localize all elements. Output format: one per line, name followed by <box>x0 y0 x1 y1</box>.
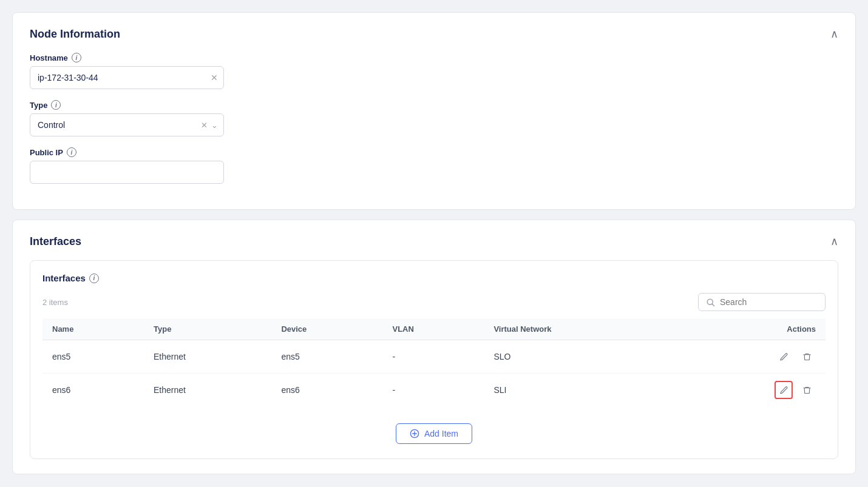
col-actions: Actions <box>675 318 826 340</box>
interfaces-inner-title: Interfaces <box>42 273 86 283</box>
edit-button-row-1[interactable] <box>775 381 793 399</box>
cell-device: ens6 <box>271 374 382 407</box>
table-head: Name Type Device VLAN Virtual Network Ac… <box>42 318 826 340</box>
col-virtual-network: Virtual Network <box>484 318 675 340</box>
items-count: 2 items <box>42 298 68 307</box>
delete-icon <box>802 386 812 395</box>
delete-button-row-0[interactable] <box>798 348 816 366</box>
public-ip-label: Public IP i <box>30 147 838 157</box>
cell-vlan: - <box>382 340 484 374</box>
col-vlan: VLAN <box>382 318 484 340</box>
hostname-clear-icon[interactable]: ✕ <box>211 73 218 82</box>
type-select-icons: ✕ ⌄ <box>201 121 218 130</box>
type-select[interactable]: Control <box>30 113 224 136</box>
col-device: Device <box>271 318 382 340</box>
search-box[interactable] <box>698 293 826 311</box>
interfaces-info-icon: i <box>89 274 99 283</box>
col-type: Type <box>144 318 271 340</box>
public-ip-input-wrapper <box>30 161 224 184</box>
table-toolbar: 2 items <box>42 293 826 311</box>
node-info-collapse-icon[interactable]: ∧ <box>830 27 838 41</box>
edit-icon <box>779 352 788 361</box>
add-item-button[interactable]: Add Item <box>396 423 472 444</box>
public-ip-input[interactable] <box>30 161 224 184</box>
type-info-icon: i <box>51 100 61 110</box>
cell-device: ens5 <box>271 340 382 374</box>
type-select-wrapper[interactable]: Control ✕ ⌄ <box>30 113 224 136</box>
cell-actions <box>675 340 826 374</box>
cell-name: ens5 <box>42 340 144 374</box>
type-clear-icon[interactable]: ✕ <box>201 121 208 130</box>
search-input[interactable] <box>720 297 818 307</box>
cell-vlan: - <box>382 374 484 407</box>
action-icons <box>685 381 816 399</box>
cell-virtual-network: SLO <box>484 340 675 374</box>
table-row: ens6 Ethernet ens6 - SLI <box>42 374 826 407</box>
type-label: Type i <box>30 100 838 110</box>
public-ip-group: Public IP i <box>30 147 838 184</box>
node-info-header: Node Information ∧ <box>30 27 838 41</box>
table-header-row: Name Type Device VLAN Virtual Network Ac… <box>42 318 826 340</box>
interfaces-inner-header: Interfaces i <box>42 273 826 283</box>
hostname-group: Hostname i ✕ <box>30 53 838 89</box>
add-item-label: Add Item <box>424 429 458 438</box>
col-name: Name <box>42 318 144 340</box>
cell-name: ens6 <box>42 374 144 407</box>
table-body: ens5 Ethernet ens5 - SLO <box>42 340 826 407</box>
type-group: Type i Control ✕ ⌄ <box>30 100 838 136</box>
add-item-icon <box>410 429 419 438</box>
cell-type: Ethernet <box>144 340 271 374</box>
cell-actions <box>675 374 826 407</box>
interfaces-table: Name Type Device VLAN Virtual Network Ac… <box>42 318 826 406</box>
table-row: ens5 Ethernet ens5 - SLO <box>42 340 826 374</box>
hostname-info-icon: i <box>72 53 81 62</box>
svg-line-1 <box>712 304 714 306</box>
edit-button-row-0[interactable] <box>775 348 793 366</box>
type-chevron-icon[interactable]: ⌄ <box>211 121 218 130</box>
delete-icon <box>802 352 812 361</box>
node-information-card: Node Information ∧ Hostname i ✕ Type i C… <box>12 12 856 210</box>
hostname-label: Hostname i <box>30 53 838 62</box>
interfaces-title: Interfaces <box>30 235 81 248</box>
public-ip-info-icon: i <box>67 147 76 157</box>
edit-icon <box>779 386 788 395</box>
search-icon <box>706 298 715 307</box>
interfaces-header: Interfaces ∧ <box>30 235 838 248</box>
hostname-input-wrapper: ✕ <box>30 66 224 89</box>
interfaces-collapse-icon[interactable]: ∧ <box>830 235 838 248</box>
cell-type: Ethernet <box>144 374 271 407</box>
interfaces-section-card: Interfaces ∧ Interfaces i 2 items <box>12 220 856 474</box>
node-info-title: Node Information <box>30 28 120 41</box>
hostname-input[interactable] <box>30 66 224 89</box>
action-icons <box>685 348 816 366</box>
interfaces-table-card: Interfaces i 2 items Name Type <box>30 260 838 459</box>
cell-virtual-network: SLI <box>484 374 675 407</box>
delete-button-row-1[interactable] <box>798 381 816 399</box>
add-item-wrapper: Add Item <box>42 412 826 446</box>
